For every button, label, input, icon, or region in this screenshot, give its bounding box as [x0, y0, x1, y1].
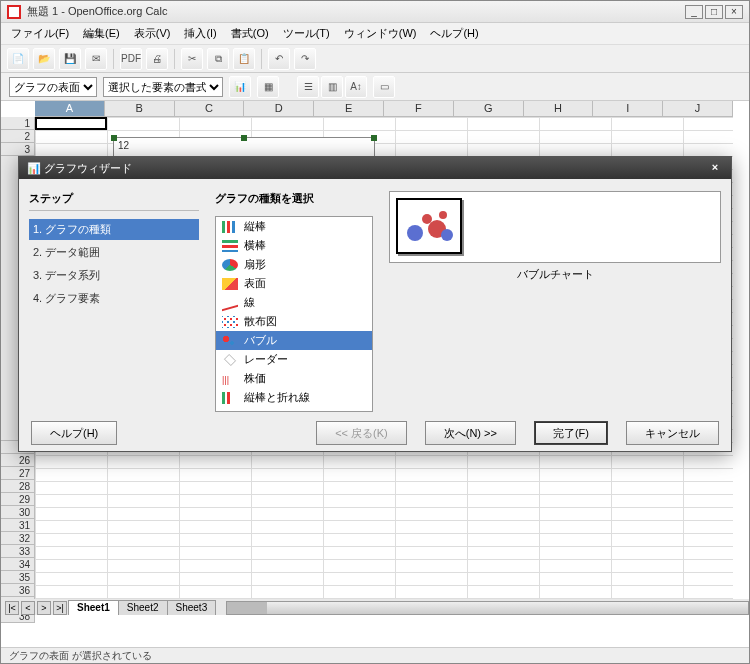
- area-chart-icon: [222, 278, 238, 290]
- chart-type-pie[interactable]: 扇形: [216, 255, 372, 274]
- col-header[interactable]: F: [384, 101, 454, 117]
- active-cell[interactable]: [35, 117, 107, 130]
- back-button[interactable]: << 戻る(K): [316, 421, 407, 445]
- sheet-nav-prev-icon[interactable]: <: [21, 601, 35, 615]
- menu-view[interactable]: 表示(V): [128, 24, 177, 43]
- menu-format[interactable]: 書式(O): [225, 24, 275, 43]
- row-header[interactable]: 2: [1, 130, 35, 143]
- resize-handle[interactable]: [371, 135, 377, 141]
- row-header[interactable]: 35: [1, 571, 35, 584]
- row-header[interactable]: 28: [1, 480, 35, 493]
- col-header[interactable]: J: [663, 101, 733, 117]
- row-header[interactable]: 27: [1, 467, 35, 480]
- wizard-titlebar[interactable]: 📊 グラフウィザード ×: [19, 157, 731, 179]
- chart-type-area[interactable]: 表面: [216, 274, 372, 293]
- scatter-chart-icon: [222, 316, 238, 328]
- chart-type-scatter[interactable]: 散布図: [216, 312, 372, 331]
- resize-handle[interactable]: [111, 135, 117, 141]
- menu-help[interactable]: ヘルプ(H): [424, 24, 484, 43]
- pdf-icon[interactable]: PDF: [120, 48, 142, 70]
- wizard-chart-icon: 📊: [27, 162, 44, 175]
- copy-icon[interactable]: ⧉: [207, 48, 229, 70]
- wizard-close-icon[interactable]: ×: [707, 160, 723, 176]
- print-icon[interactable]: 🖨: [146, 48, 168, 70]
- wizard-step-1[interactable]: 1. グラフの種類: [29, 219, 199, 240]
- chart-data-icon[interactable]: ▦: [257, 76, 279, 98]
- open-icon[interactable]: 📂: [33, 48, 55, 70]
- cut-icon[interactable]: ✂: [181, 48, 203, 70]
- wizard-step-4[interactable]: 4. グラフ要素: [29, 288, 199, 309]
- col-header[interactable]: B: [105, 101, 175, 117]
- col-header[interactable]: G: [454, 101, 524, 117]
- email-icon[interactable]: ✉: [85, 48, 107, 70]
- row-header[interactable]: 36: [1, 584, 35, 597]
- col-header[interactable]: A: [35, 101, 105, 117]
- menu-edit[interactable]: 編集(E): [77, 24, 126, 43]
- save-icon[interactable]: 💾: [59, 48, 81, 70]
- finish-button[interactable]: 完了(F): [534, 421, 608, 445]
- sheet-nav-first-icon[interactable]: |<: [5, 601, 19, 615]
- row-header[interactable]: 29: [1, 493, 35, 506]
- format-selection-dropdown[interactable]: 選択した要素の書式: [103, 77, 223, 97]
- chart-type-line[interactable]: 線: [216, 293, 372, 312]
- svg-point-4: [441, 229, 453, 241]
- legend-icon[interactable]: ▭: [373, 76, 395, 98]
- wizard-step-2[interactable]: 2. データ範囲: [29, 242, 199, 263]
- font-icon[interactable]: A↕: [345, 76, 367, 98]
- chart-type-stock[interactable]: 株価: [216, 369, 372, 388]
- wizard-title: グラフウィザード: [44, 161, 132, 176]
- cancel-button[interactable]: キャンセル: [626, 421, 719, 445]
- resize-handle[interactable]: [241, 135, 247, 141]
- sheet-tab[interactable]: Sheet2: [118, 600, 168, 615]
- wizard-step-3[interactable]: 3. データ系列: [29, 265, 199, 286]
- h-grid-icon[interactable]: ☰: [297, 76, 319, 98]
- redo-icon[interactable]: ↷: [294, 48, 316, 70]
- col-header[interactable]: D: [244, 101, 314, 117]
- chart-element-selector[interactable]: グラフの表面: [9, 77, 97, 97]
- menu-file[interactable]: ファイル(F): [5, 24, 75, 43]
- menu-tools[interactable]: ツール(T): [277, 24, 336, 43]
- row-header[interactable]: 34: [1, 558, 35, 571]
- row-header[interactable]: 1: [1, 117, 35, 130]
- menu-insert[interactable]: 挿入(I): [178, 24, 222, 43]
- sheet-tab[interactable]: Sheet3: [167, 600, 217, 615]
- help-button[interactable]: ヘルプ(H): [31, 421, 117, 445]
- sheet-tab-bar: |< < > >| Sheet1 Sheet2 Sheet3: [1, 599, 749, 615]
- row-header[interactable]: 3: [1, 143, 35, 156]
- svg-point-1: [422, 214, 432, 224]
- row-header[interactable]: 26: [1, 454, 35, 467]
- menu-window[interactable]: ウィンドウ(W): [338, 24, 423, 43]
- new-icon[interactable]: 📄: [7, 48, 29, 70]
- bubble-preview-icon: [403, 205, 455, 247]
- chart-type-combo[interactable]: 縦棒と折れ線: [216, 388, 372, 407]
- v-grid-icon[interactable]: ▥: [321, 76, 343, 98]
- close-button[interactable]: ×: [725, 5, 743, 19]
- row-header[interactable]: 30: [1, 506, 35, 519]
- col-header[interactable]: C: [175, 101, 245, 117]
- chart-type-list[interactable]: 縦棒 横棒 扇形 表面 線 散布図 バブル レーダー 株価 縦棒と折れ線: [215, 216, 373, 412]
- pie-chart-icon: [222, 259, 238, 271]
- chart-type-radar[interactable]: レーダー: [216, 350, 372, 369]
- col-header[interactable]: H: [524, 101, 594, 117]
- minimize-button[interactable]: _: [685, 5, 703, 19]
- maximize-button[interactable]: □: [705, 5, 723, 19]
- row-header[interactable]: 32: [1, 532, 35, 545]
- horizontal-scrollbar[interactable]: [226, 601, 749, 615]
- column-chart-icon: [222, 221, 238, 233]
- col-header[interactable]: I: [593, 101, 663, 117]
- sheet-tab[interactable]: Sheet1: [68, 600, 119, 615]
- sheet-nav-next-icon[interactable]: >: [37, 601, 51, 615]
- paste-icon[interactable]: 📋: [233, 48, 255, 70]
- chart-type-bar[interactable]: 横棒: [216, 236, 372, 255]
- next-button[interactable]: 次へ(N) >>: [425, 421, 516, 445]
- row-header[interactable]: 31: [1, 519, 35, 532]
- undo-icon[interactable]: ↶: [268, 48, 290, 70]
- col-header[interactable]: E: [314, 101, 384, 117]
- chart-subtype-bubble[interactable]: [396, 198, 462, 254]
- chart-type-bubble[interactable]: バブル: [216, 331, 372, 350]
- row-header[interactable]: 33: [1, 545, 35, 558]
- chart-type-icon[interactable]: 📊: [229, 76, 251, 98]
- sheet-nav-last-icon[interactable]: >|: [53, 601, 67, 615]
- chart-type-column[interactable]: 縦棒: [216, 217, 372, 236]
- stock-chart-icon: [222, 373, 238, 385]
